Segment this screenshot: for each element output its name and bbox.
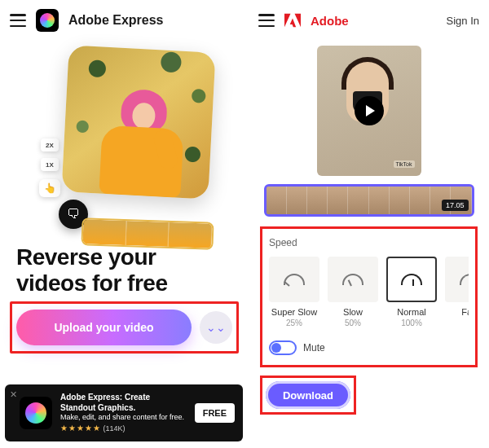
download-row: Download [260,376,356,415]
video-preview[interactable]: TikTok [317,46,421,176]
rating-count: (114K) [104,424,126,433]
zoom-1x-button[interactable]: 1X [41,158,59,171]
speed-label: Speed [269,237,469,248]
menu-icon[interactable] [258,14,275,27]
play-icon[interactable] [355,96,384,125]
app-promo-banner: ✕ Adobe Express: Create Standout Graphic… [5,384,243,441]
speed-panel: Speed Super Slow 25% Slow 50% Normal 100… [260,226,478,367]
brand-name: Adobe [311,14,349,28]
gauge-icon [401,274,422,285]
video-timeline[interactable]: 17.05 [264,184,474,217]
menu-icon[interactable] [10,14,26,27]
promo-title: Adobe Express: Create Standout Graphics. [60,392,187,413]
sample-photo [61,45,215,199]
chevron-down-icon: ⌄⌄ [206,321,226,334]
cursor-icon[interactable]: 👆 [39,179,60,197]
adobe-express-logo [36,9,59,32]
filmstrip-thumbnail [81,217,214,250]
speed-option-super-slow[interactable]: Super Slow 25% [269,257,319,327]
speed-option-slow[interactable]: Slow 50% [328,257,378,327]
download-button[interactable]: Download [266,381,350,409]
tiktok-watermark: TikTok [394,160,415,168]
gauge-icon [284,274,305,285]
sign-in-link[interactable]: Sign In [447,15,479,27]
hero-image-area: 2X 1X 👆 🗨 [0,41,249,228]
mute-label: Mute [303,342,325,354]
adobe-logo-icon [284,13,301,28]
speed-option-normal[interactable]: Normal 100% [386,257,437,327]
zoom-2x-button[interactable]: 2X [41,138,59,152]
duration-badge: 17.05 [442,200,469,211]
brand-name: Adobe Express [68,13,163,28]
expand-chevron-button[interactable]: ⌄⌄ [200,311,232,344]
gauge-icon [342,274,363,285]
mute-toggle[interactable] [269,340,297,355]
install-free-button[interactable]: FREE [195,403,235,423]
gauge-icon [460,274,469,285]
close-icon[interactable]: ✕ [10,389,17,400]
promo-app-icon [20,397,52,429]
promo-desc: Make, edit, and share content for free. [60,413,187,423]
rating-stars: ★★★★★ [60,424,101,433]
upload-video-button[interactable]: Upload your video [16,310,192,345]
upload-row: Upload your video ⌄⌄ [10,301,239,354]
speed-option-fast[interactable]: Fast [445,257,469,327]
